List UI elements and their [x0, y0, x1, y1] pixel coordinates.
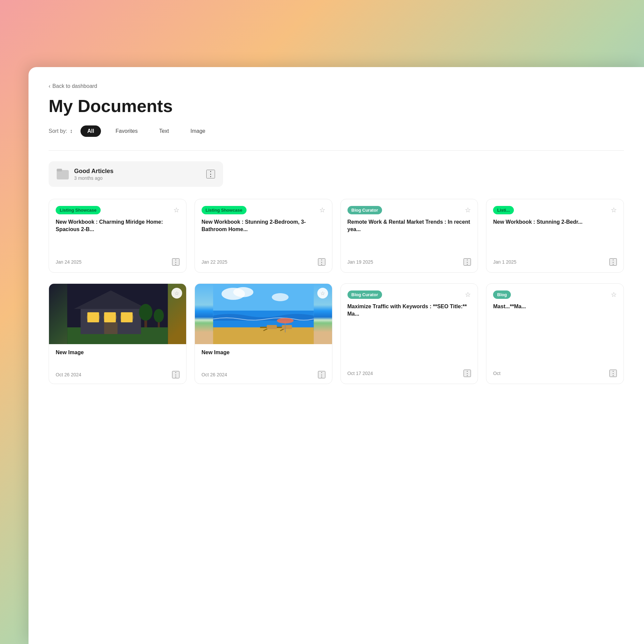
card-options-button[interactable]: ⋮: [609, 258, 617, 266]
card-title: New Workbook : Stunning 2-Bedr...: [493, 218, 617, 253]
beach-image: [195, 284, 332, 344]
card-footer: Jan 24 2025 ⋮: [56, 253, 179, 266]
folder-date: 3 months ago: [74, 175, 113, 181]
image-card-beach[interactable]: ☆ New Image Oct 26 2024 ⋮: [195, 283, 332, 384]
svg-point-16: [120, 312, 133, 322]
row2-cards-grid: ☆ New Image Oct 26 2024 ⋮: [49, 283, 624, 384]
folder-options-button[interactable]: ⋮: [206, 170, 215, 178]
main-content-card: ‹ Back to dashboard My Documents Sort by…: [29, 67, 644, 644]
card-options-button[interactable]: ⋮: [318, 258, 325, 266]
favorite-button[interactable]: ☆: [319, 206, 325, 214]
blog-badge: Blog: [493, 290, 511, 299]
svg-point-13: [154, 309, 164, 322]
card-title: New Workbook : Charming Miridge Home: Sp…: [56, 218, 179, 253]
card-header: Blog Curator ☆: [347, 290, 471, 299]
card-title: New Image: [56, 350, 179, 356]
card-date: Jan 19 2025: [347, 259, 373, 265]
favorite-button[interactable]: ☆: [465, 206, 471, 214]
card-date: Oct 17 2024: [347, 371, 373, 376]
favorite-button[interactable]: ☆: [173, 206, 179, 214]
card-date: Oct: [493, 371, 500, 376]
doc-card[interactable]: Listi... ☆ New Workbook : Stunning 2-Bed…: [486, 199, 624, 273]
favorite-button[interactable]: ☆: [611, 206, 617, 214]
folder-icon: [57, 167, 69, 181]
card-footer: Jan 19 2025 ⋮: [347, 253, 471, 266]
back-to-dashboard-link[interactable]: ‹ Back to dashboard: [49, 83, 624, 89]
card-footer: Oct 26 2024 ⋮: [56, 367, 179, 378]
folder-name: Good Articles: [74, 168, 113, 175]
sort-label: Sort by: ↕: [49, 128, 72, 134]
card-options-button[interactable]: ⋮: [172, 258, 179, 266]
svg-point-11: [139, 304, 152, 321]
favorite-button[interactable]: ☆: [465, 290, 471, 299]
doc-card[interactable]: Blog Curator ☆ Remote Work & Rental Mark…: [340, 199, 478, 273]
card-options-button[interactable]: ⋮: [464, 258, 471, 266]
card-date: Jan 24 2025: [56, 259, 82, 265]
card-footer: Jan 22 2025 ⋮: [202, 253, 325, 266]
card-footer: Oct ⋮: [493, 364, 617, 377]
card-header: Listi... ☆: [493, 206, 617, 214]
card-header: Listing Showcase ☆: [56, 206, 179, 214]
card-header: Blog ☆: [493, 290, 617, 299]
card-image-beach: ☆: [195, 284, 332, 344]
card-body: New Image Oct 26 2024 ⋮: [49, 344, 186, 384]
filter-image-button[interactable]: Image: [184, 125, 212, 137]
card-date: Jan 22 2025: [202, 259, 227, 265]
svg-rect-27: [282, 325, 292, 329]
filter-bar: Sort by: ↕ All Favorites Text Image: [49, 125, 624, 137]
favorite-button[interactable]: ☆: [611, 290, 617, 299]
card-date: Jan 1 2025: [493, 259, 516, 265]
card-title: Remote Work & Rental Market Trends : In …: [347, 218, 471, 253]
doc-card[interactable]: Listing Showcase ☆ New Workbook : Stunni…: [195, 199, 332, 273]
card-footer: Jan 1 2025 ⋮: [493, 253, 617, 266]
folder-left: Good Articles 3 months ago: [57, 167, 113, 181]
doc-card[interactable]: Listing Showcase ☆ New Workbook : Charmi…: [49, 199, 186, 273]
favorite-button[interactable]: ☆: [171, 288, 182, 299]
card-body: New Image Oct 26 2024 ⋮: [195, 344, 332, 384]
svg-point-29: [277, 318, 293, 323]
card-footer: Oct 26 2024 ⋮: [202, 367, 325, 378]
card-footer: Oct 17 2024 ⋮: [347, 364, 471, 377]
card-header: Listing Showcase ☆: [202, 206, 325, 214]
svg-point-20: [272, 293, 288, 301]
card-options-button[interactable]: ⋮: [172, 371, 179, 378]
row1-cards-grid: Listing Showcase ☆ New Workbook : Charmi…: [49, 199, 624, 273]
card-options-button[interactable]: ⋮: [318, 371, 325, 378]
blog-badge: Blog Curator: [347, 290, 382, 299]
filter-text-button[interactable]: Text: [152, 125, 175, 137]
sort-icon[interactable]: ↕: [70, 128, 72, 134]
house-svg: [49, 284, 186, 344]
divider: [49, 150, 624, 151]
card-title: Maximize Traffic with Keywords : **SEO T…: [347, 303, 471, 364]
svg-rect-9: [104, 322, 117, 334]
beach-svg: [195, 284, 332, 344]
listing-badge: Listing Showcase: [202, 206, 247, 214]
svg-rect-1: [57, 169, 62, 171]
card-date: Oct 26 2024: [202, 372, 227, 377]
card-options-button[interactable]: ⋮: [609, 370, 617, 377]
filter-all-button[interactable]: All: [80, 125, 101, 137]
doc-card[interactable]: Blog ☆ Mast...**Ma... Oct ⋮: [486, 283, 624, 384]
svg-rect-26: [267, 325, 277, 329]
filter-favorites-button[interactable]: Favorites: [109, 125, 145, 137]
page-title: My Documents: [49, 96, 624, 116]
card-image-house: ☆: [49, 284, 186, 344]
svg-rect-0: [57, 170, 69, 179]
svg-rect-22: [213, 327, 314, 344]
image-card-house[interactable]: ☆ New Image Oct 26 2024 ⋮: [49, 283, 186, 384]
favorite-button[interactable]: ☆: [317, 288, 328, 299]
listing-badge: Listing Showcase: [56, 206, 101, 214]
card-title: Mast...**Ma...: [493, 303, 617, 364]
svg-point-19: [233, 287, 253, 297]
folder-item[interactable]: Good Articles 3 months ago ⋮: [49, 161, 223, 187]
card-options-button[interactable]: ⋮: [464, 370, 471, 377]
card-title: New Image: [202, 350, 325, 356]
back-label: Back to dashboard: [52, 83, 97, 89]
blog-badge: Blog Curator: [347, 206, 382, 214]
back-arrow-icon: ‹: [49, 83, 50, 89]
svg-point-15: [103, 312, 117, 322]
doc-card[interactable]: Blog Curator ☆ Maximize Traffic with Key…: [340, 283, 478, 384]
card-header: Blog Curator ☆: [347, 206, 471, 214]
folder-info: Good Articles 3 months ago: [74, 168, 113, 181]
listing-badge: Listi...: [493, 206, 514, 214]
